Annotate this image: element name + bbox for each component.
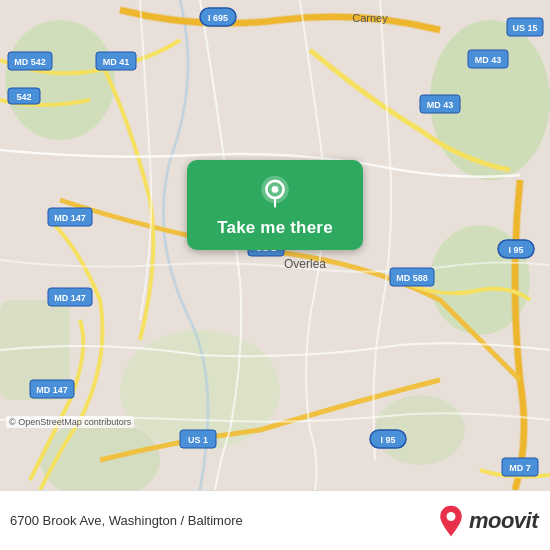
take-me-there-button[interactable]: Take me there xyxy=(217,218,333,238)
svg-text:542: 542 xyxy=(16,92,31,102)
svg-text:US 1: US 1 xyxy=(188,435,208,445)
map-container: MD 542 542 I 695 MD 41 US 15 MD 43 MD 43… xyxy=(0,0,550,490)
svg-text:MD 43: MD 43 xyxy=(475,55,502,65)
moovit-wordmark: moovit xyxy=(469,508,538,534)
address-text: 6700 Brook Ave, Washington / Baltimore xyxy=(10,513,243,528)
svg-text:MD 147: MD 147 xyxy=(36,385,68,395)
svg-text:MD 147: MD 147 xyxy=(54,213,86,223)
svg-text:MD 147: MD 147 xyxy=(54,293,86,303)
take-me-there-card[interactable]: Take me there xyxy=(187,160,363,250)
svg-text:MD 43: MD 43 xyxy=(427,100,454,110)
svg-text:MD 588: MD 588 xyxy=(396,273,428,283)
svg-text:US 15: US 15 xyxy=(512,23,537,33)
moovit-logo: moovit xyxy=(437,504,538,538)
svg-text:MD 542: MD 542 xyxy=(14,57,46,67)
location-pin-icon xyxy=(257,174,293,210)
svg-text:I 95: I 95 xyxy=(508,245,523,255)
svg-point-1 xyxy=(5,20,115,140)
svg-point-44 xyxy=(272,186,279,193)
bottom-bar: 6700 Brook Ave, Washington / Baltimore m… xyxy=(0,490,550,550)
svg-text:Overlea: Overlea xyxy=(284,257,326,271)
svg-text:I 695: I 695 xyxy=(208,13,228,23)
svg-text:I 95: I 95 xyxy=(380,435,395,445)
svg-point-45 xyxy=(446,512,455,521)
moovit-pin-icon xyxy=(437,504,465,538)
svg-text:MD 7: MD 7 xyxy=(509,463,531,473)
button-overlay[interactable]: Take me there xyxy=(187,160,363,250)
osm-attribution: © OpenStreetMap contributors xyxy=(6,416,134,428)
svg-text:Carney: Carney xyxy=(352,12,388,24)
svg-text:MD 41: MD 41 xyxy=(103,57,130,67)
